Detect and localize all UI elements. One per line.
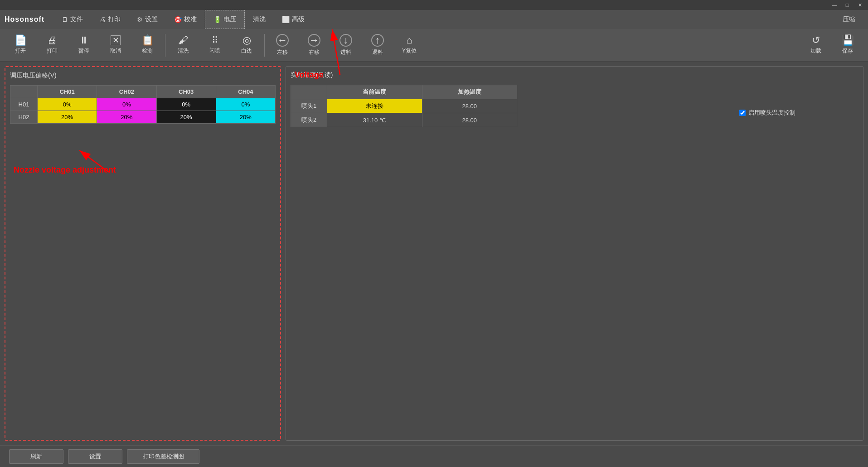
col-ch01: CH01 bbox=[38, 86, 97, 98]
menu-settings-label: 设置 bbox=[145, 15, 158, 24]
clean-icon: 🖌 bbox=[178, 35, 188, 45]
h01-ch03-cell[interactable]: 0% bbox=[156, 98, 216, 111]
table-row: H02 20% 20% 20% 20% bbox=[10, 111, 276, 124]
detect-icon: 📋 bbox=[141, 35, 154, 45]
col-ch04: CH04 bbox=[216, 86, 275, 98]
whiteedge-button[interactable]: ◎ 白边 bbox=[231, 30, 262, 60]
nozzle2-label: 喷头2 bbox=[291, 113, 327, 127]
cancel-button[interactable]: ✕ 取消 bbox=[100, 30, 131, 60]
whiteedge-label: 白边 bbox=[241, 47, 252, 55]
settings-bottom-button[interactable]: 设置 bbox=[68, 449, 122, 464]
h01-ch01-cell[interactable]: 0% bbox=[38, 98, 97, 111]
nozzle2-heating-temp: 28.00 bbox=[422, 113, 517, 127]
menu-print[interactable]: 🖨 打印 bbox=[91, 10, 129, 29]
detect-label: 检测 bbox=[142, 47, 153, 55]
menu-advanced[interactable]: ⬜ 高级 bbox=[274, 10, 313, 29]
retract-label: 退料 bbox=[372, 48, 383, 56]
flash-label: 闪喷 bbox=[209, 47, 220, 54]
settings-menu-icon: ⚙ bbox=[137, 16, 143, 23]
clean-label: 清洗 bbox=[178, 47, 189, 55]
save-button[interactable]: 💾 保存 bbox=[832, 30, 863, 60]
yreset-icon: ⌂ bbox=[406, 35, 412, 45]
row-h02-label: H02 bbox=[10, 111, 38, 124]
menu-bar: Hosonsoft 🗒 文件 🖨 打印 ⚙ 设置 🎯 校准 🔋 电压 清洗 ⬜ … bbox=[0, 10, 868, 29]
main-content: 调压电压偏移(V) CH01 CH02 CH03 CH04 H01 0% 0% … bbox=[0, 62, 868, 445]
h02-ch04-cell[interactable]: 20% bbox=[216, 111, 275, 124]
temp-table: 当前温度 加热温度 喷头1 未连接 28.00 喷头2 31.10 ℃ 28.0… bbox=[291, 85, 517, 127]
whiteedge-icon: ◎ bbox=[242, 35, 251, 45]
close-button[interactable]: ✕ bbox=[853, 1, 866, 9]
moveleft-label: 左移 bbox=[277, 48, 288, 56]
temp-col-empty bbox=[291, 85, 327, 99]
h01-ch04-cell[interactable]: 0% bbox=[216, 98, 275, 111]
cancel-label: 取消 bbox=[110, 47, 121, 55]
moveleft-icon: ← bbox=[276, 34, 289, 47]
moveright-button[interactable]: → 右移 bbox=[298, 30, 330, 60]
moveright-label: 右移 bbox=[309, 48, 320, 56]
cancel-icon: ✕ bbox=[111, 35, 121, 45]
temp-col-current: 当前温度 bbox=[327, 85, 422, 99]
menu-calibrate[interactable]: 🎯 校准 bbox=[166, 10, 205, 29]
nozzle1-current-temp: 未连接 bbox=[327, 99, 422, 113]
feed-icon: ↓ bbox=[339, 34, 352, 47]
yreset-label: Y复位 bbox=[402, 47, 417, 55]
save-label: 保存 bbox=[842, 47, 853, 55]
detect-button[interactable]: 📋 检测 bbox=[131, 30, 163, 60]
yreset-button[interactable]: ⌂ Y复位 bbox=[393, 30, 425, 60]
nozzle1-label: 喷头1 bbox=[291, 99, 327, 113]
print-color-detect-button[interactable]: 打印色差检测图 bbox=[127, 449, 199, 464]
title-bar: — □ ✕ bbox=[0, 0, 868, 10]
menu-clean[interactable]: 清洗 bbox=[245, 10, 274, 29]
pause-button[interactable]: ⏸ 暂停 bbox=[68, 30, 100, 60]
app-logo: Hosonsoft bbox=[5, 15, 44, 24]
file-icon: 🗒 bbox=[62, 16, 68, 23]
h02-ch02-cell[interactable]: 20% bbox=[97, 111, 156, 124]
nozzle2-current-temp: 31.10 ℃ bbox=[327, 113, 422, 127]
menu-file[interactable]: 🗒 文件 bbox=[53, 10, 91, 29]
calibrate-icon: 🎯 bbox=[174, 16, 182, 23]
print-icon: 🖨 bbox=[47, 35, 57, 45]
menu-clean-label: 清洗 bbox=[253, 15, 266, 24]
clean-button[interactable]: 🖌 清洗 bbox=[167, 30, 199, 60]
feed-button[interactable]: ↓ 进料 bbox=[330, 30, 362, 60]
menu-voltage[interactable]: 🔋 电压 bbox=[205, 10, 245, 29]
open-label: 打开 bbox=[15, 47, 26, 55]
bottom-bar: 刷新 设置 打印色差检测图 bbox=[0, 445, 868, 467]
advanced-icon: ⬜ bbox=[282, 16, 290, 23]
feed-label: 进料 bbox=[340, 48, 351, 56]
menu-print-label: 打印 bbox=[108, 15, 121, 24]
h02-ch01-cell[interactable]: 20% bbox=[38, 111, 97, 124]
moveleft-button[interactable]: ← 左移 bbox=[267, 30, 298, 60]
temp-col-heating: 加热温度 bbox=[422, 85, 517, 99]
temp-control-checkbox[interactable] bbox=[739, 110, 746, 116]
voltage-panel-title: 调压电压偏移(V) bbox=[10, 72, 276, 80]
voltage-icon: 🔋 bbox=[213, 16, 221, 23]
toolbar: 📄 打开 🖨 打印 ⏸ 暂停 ✕ 取消 📋 检测 🖌 清洗 ⠿ 闪喷 ◎ 白边 … bbox=[0, 29, 868, 62]
open-button[interactable]: 📄 打开 bbox=[5, 30, 36, 60]
separator-1 bbox=[165, 34, 165, 57]
refresh-button[interactable]: 刷新 bbox=[9, 449, 63, 464]
col-empty bbox=[10, 86, 38, 98]
load-button[interactable]: ↺ 加载 bbox=[800, 30, 832, 60]
print-button[interactable]: 🖨 打印 bbox=[36, 30, 68, 60]
moveright-icon: → bbox=[308, 34, 320, 47]
temp-panel-title: 实时温度(只读) bbox=[291, 71, 858, 79]
menu-voltage-label: 电压 bbox=[223, 15, 236, 24]
restore-button[interactable]: □ bbox=[841, 1, 853, 9]
temp-control-label: 启用喷头温度控制 bbox=[748, 109, 795, 117]
load-icon: ↺ bbox=[812, 35, 820, 45]
menu-settings[interactable]: ⚙ 设置 bbox=[129, 10, 166, 29]
flash-button[interactable]: ⠿ 闪喷 bbox=[199, 30, 231, 60]
minimize-button[interactable]: — bbox=[828, 1, 841, 9]
menu-compress[interactable]: 压缩 bbox=[834, 10, 863, 29]
load-label: 加载 bbox=[810, 47, 821, 55]
print-menu-icon: 🖨 bbox=[99, 16, 106, 23]
table-row: 喷头2 31.10 ℃ 28.00 bbox=[291, 113, 517, 127]
temperature-panel: 实时温度(只读) 当前温度 加热温度 喷头1 未连接 28.00 喷头2 31.… bbox=[286, 66, 863, 441]
h01-ch02-cell[interactable]: 0% bbox=[97, 98, 156, 111]
save-icon: 💾 bbox=[842, 35, 854, 45]
col-ch03: CH03 bbox=[156, 86, 216, 98]
col-ch02: CH02 bbox=[97, 86, 156, 98]
retract-button[interactable]: ↑ 退料 bbox=[362, 30, 393, 60]
h02-ch03-cell[interactable]: 20% bbox=[156, 111, 216, 124]
